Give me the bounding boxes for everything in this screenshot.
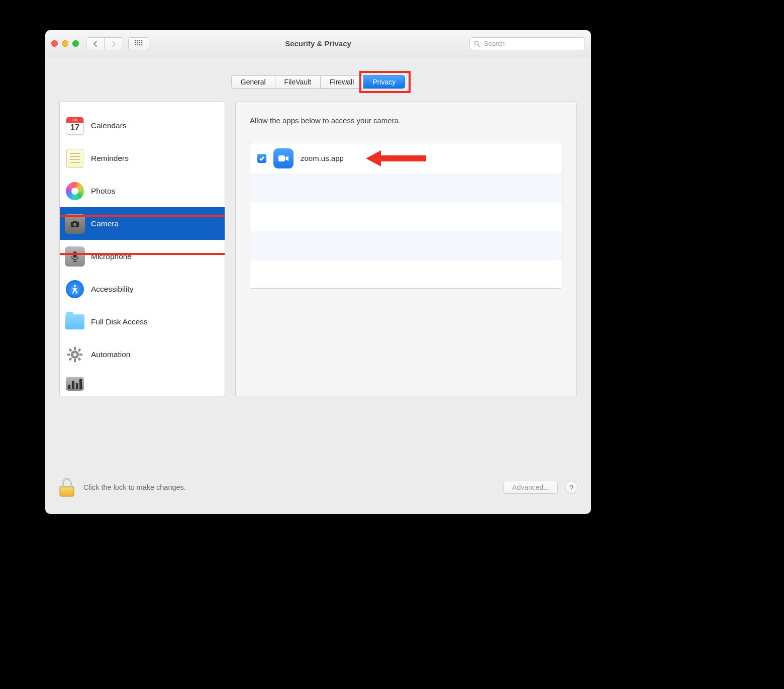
sidebar-item-label: Microphone [91, 252, 132, 261]
svg-point-11 [141, 44, 143, 45]
svg-point-6 [139, 42, 141, 43]
reminders-icon [65, 148, 85, 168]
zoom-icon [273, 148, 293, 168]
sidebar-item-label: Camera [91, 219, 119, 228]
accessibility-icon [65, 279, 85, 299]
sidebar-item-reminders[interactable]: Reminders [60, 142, 225, 175]
search-field[interactable] [469, 37, 585, 50]
list-stripe [250, 173, 562, 202]
svg-point-9 [137, 44, 139, 45]
nav-buttons [86, 37, 123, 50]
sidebar-item-photos[interactable]: Photos [60, 175, 225, 207]
detail-header: Allow the apps below to access your came… [250, 116, 562, 125]
app-name: zoom.us.app [301, 154, 344, 162]
lock-text: Click the lock to make changes. [83, 483, 186, 491]
contacts-icon [65, 106, 85, 109]
tab-label: Firewall [330, 78, 354, 86]
sidebar-item-accessibility[interactable]: Accessibility [60, 273, 225, 305]
tab-label: FileVault [284, 78, 311, 86]
microphone-icon [65, 246, 85, 267]
sidebar-item-camera[interactable]: Camera [60, 207, 225, 240]
svg-rect-14 [73, 251, 76, 257]
content-pane: Calendars Reminders Photos Camera Mi [45, 102, 591, 396]
button-label: ? [569, 483, 573, 492]
calendar-icon [65, 116, 85, 136]
button-label: Advanced... [512, 483, 549, 491]
svg-point-7 [141, 42, 143, 43]
svg-rect-28 [278, 155, 285, 161]
sidebar-item-calendars[interactable]: Calendars [60, 109, 225, 142]
sidebar-item-label: Accessibility [91, 285, 133, 294]
list-stripe [250, 261, 562, 289]
back-button[interactable] [86, 37, 105, 50]
folder-icon [65, 312, 85, 332]
svg-point-1 [137, 40, 139, 41]
svg-point-17 [74, 285, 76, 287]
app-row[interactable]: zoom.us.app [250, 143, 562, 173]
photos-icon [65, 181, 85, 201]
close-window-button[interactable] [51, 40, 58, 47]
svg-point-10 [139, 44, 141, 45]
lock-icon[interactable] [58, 477, 75, 497]
zoom-window-button[interactable] [72, 40, 79, 47]
svg-line-25 [69, 358, 71, 360]
sidebar-item-contacts[interactable] [60, 102, 225, 109]
svg-line-13 [478, 44, 479, 46]
sidebar-item-label: Photos [91, 187, 115, 196]
help-button[interactable]: ? [565, 481, 578, 494]
tab-firewall[interactable]: Firewall [321, 75, 363, 89]
app-list[interactable]: zoom.us.app [250, 143, 562, 289]
tab-general[interactable]: General [231, 75, 275, 89]
detail-pane: Allow the apps below to access your came… [235, 102, 577, 396]
system-preferences-window: Security & Privacy General FileVault Fir… [45, 30, 591, 514]
titlebar: Security & Privacy [45, 30, 591, 57]
svg-point-2 [139, 40, 141, 41]
svg-point-0 [135, 40, 137, 41]
annotation-arrow [366, 150, 426, 166]
privacy-sidebar[interactable]: Calendars Reminders Photos Camera Mi [59, 102, 225, 396]
gear-icon [65, 344, 85, 365]
search-icon [473, 40, 480, 47]
sidebar-item-analytics[interactable] [60, 371, 225, 396]
svg-point-5 [137, 42, 139, 43]
list-stripe [250, 202, 562, 231]
search-input[interactable] [483, 39, 581, 48]
minimize-window-button[interactable] [62, 40, 68, 47]
sidebar-item-label: Full Disk Access [91, 317, 148, 326]
analytics-icon [65, 374, 85, 394]
traffic-lights [51, 40, 79, 47]
tab-bar: General FileVault Firewall Privacy [45, 57, 591, 102]
sidebar-item-automation[interactable]: Automation [60, 338, 225, 371]
sidebar-item-label: Reminders [91, 154, 129, 163]
tab-label: Privacy [372, 78, 396, 86]
tab-privacy[interactable]: Privacy [363, 75, 405, 89]
svg-line-26 [78, 349, 80, 351]
camera-icon [65, 214, 85, 234]
tab-filevault[interactable]: FileVault [275, 75, 321, 89]
sidebar-item-full-disk[interactable]: Full Disk Access [60, 305, 225, 338]
svg-line-24 [78, 358, 80, 360]
forward-button[interactable] [105, 37, 123, 50]
footer: Click the lock to make changes. Advanced… [45, 461, 591, 514]
svg-point-12 [474, 41, 478, 45]
list-stripe [250, 231, 562, 261]
svg-point-27 [73, 353, 77, 356]
svg-point-4 [135, 42, 137, 43]
svg-point-8 [135, 44, 137, 45]
app-checkbox[interactable] [257, 154, 266, 163]
sidebar-item-label: Automation [91, 350, 130, 359]
sidebar-item-microphone[interactable]: Microphone [60, 240, 225, 273]
sidebar-item-label: Calendars [91, 121, 127, 130]
svg-line-23 [69, 349, 71, 351]
svg-point-3 [141, 40, 143, 41]
tab-label: General [241, 78, 266, 86]
advanced-button[interactable]: Advanced... [504, 481, 558, 494]
show-all-button[interactable] [128, 37, 149, 50]
